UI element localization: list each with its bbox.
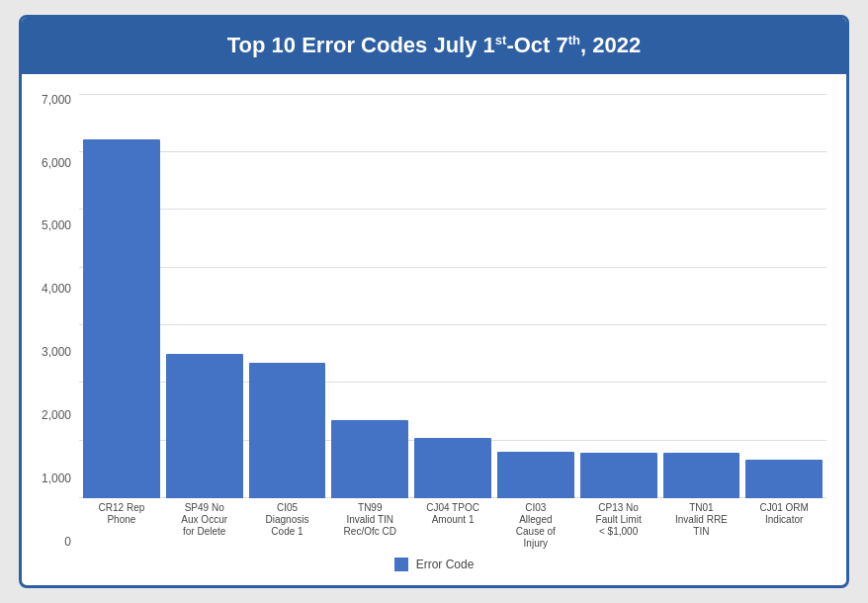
x-axis-label: Phone — [83, 514, 160, 526]
x-axis-label: Rec/Ofc CD — [331, 526, 408, 538]
x-label-wrapper: TN99Invalid TINRec/Ofc CD — [331, 502, 408, 550]
bars-container — [79, 94, 826, 498]
x-label-wrapper: CP13 NoFault Limit< $1,000 — [580, 502, 657, 550]
x-axis-label: TN01 — [663, 502, 740, 514]
chart-area: 7,0006,0005,0004,0003,0002,0001,0000 CR1… — [22, 74, 846, 585]
x-axis-label: SP49 No — [166, 502, 243, 514]
bar-wrapper — [83, 94, 160, 498]
bar — [331, 420, 408, 498]
x-axis-label: Fault Limit — [580, 514, 657, 526]
x-axis-label: Alleged — [497, 514, 574, 526]
bar — [414, 438, 491, 498]
y-axis: 7,0006,0005,0004,0003,0002,0001,0000 — [42, 94, 79, 550]
bar — [497, 452, 574, 498]
legend-color-box — [394, 558, 408, 571]
x-axis-label: Invalid RRE — [663, 514, 740, 526]
y-axis-label: 2,000 — [42, 409, 71, 421]
y-axis-label: 7,000 — [42, 94, 71, 106]
x-label-wrapper: CI05DiagnosisCode 1 — [249, 502, 326, 550]
x-axis-label: Aux Occur — [166, 514, 243, 526]
x-axis-label: CJ04 TPOC — [414, 502, 491, 514]
y-axis-label: 4,000 — [42, 283, 71, 295]
legend-label: Error Code — [416, 558, 475, 571]
y-axis-label: 0 — [64, 536, 71, 548]
x-axis-label: Code 1 — [249, 526, 326, 538]
x-axis-label: for Delete — [166, 526, 243, 538]
x-axis-label: Diagnosis — [249, 514, 326, 526]
bar-wrapper — [249, 94, 326, 498]
x-axis-label: TN99 — [331, 502, 408, 514]
x-axis: CR12 RepPhoneSP49 NoAux Occurfor DeleteC… — [79, 502, 826, 550]
x-label-wrapper: CJ04 TPOCAmount 1 — [414, 502, 491, 550]
x-axis-label: CI03 — [497, 502, 574, 514]
x-label-wrapper: TN01Invalid RRETIN — [663, 502, 740, 550]
x-label-wrapper: CR12 RepPhone — [83, 502, 160, 550]
x-axis-label: Cause of — [497, 526, 574, 538]
bar — [580, 453, 657, 498]
x-axis-label: CR12 Rep — [83, 502, 160, 514]
x-label-wrapper: SP49 NoAux Occurfor Delete — [166, 502, 243, 550]
bar-wrapper — [580, 94, 657, 498]
bar-wrapper — [414, 94, 491, 498]
y-axis-label: 6,000 — [42, 157, 71, 169]
bar — [663, 453, 740, 498]
chart-body: 7,0006,0005,0004,0003,0002,0001,0000 CR1… — [42, 94, 826, 550]
x-axis-label: CJ01 ORM — [745, 502, 823, 514]
x-axis-label: TIN — [663, 526, 740, 538]
x-axis-label: CP13 No — [580, 502, 657, 514]
bar-wrapper — [745, 94, 823, 498]
bar-wrapper — [497, 94, 574, 498]
bar-wrapper — [166, 94, 243, 498]
x-label-wrapper: CJ01 ORMIndicator — [745, 502, 823, 550]
y-axis-label: 5,000 — [42, 219, 71, 231]
x-axis-label: Injury — [497, 538, 574, 550]
x-axis-label: < $1,000 — [580, 526, 657, 538]
chart-card: Top 10 Error Codes July 1st-Oct 7th, 202… — [19, 15, 849, 588]
bar — [249, 363, 326, 498]
bar-wrapper — [663, 94, 740, 498]
bar — [83, 139, 160, 498]
chart-title: Top 10 Error Codes July 1st-Oct 7th, 202… — [22, 18, 846, 74]
y-axis-label: 1,000 — [42, 473, 71, 484]
chart-plot: CR12 RepPhoneSP49 NoAux Occurfor DeleteC… — [79, 94, 826, 550]
x-axis-label: Indicator — [745, 514, 823, 526]
bar — [166, 354, 243, 498]
y-axis-label: 3,000 — [42, 346, 71, 358]
x-axis-label: Amount 1 — [414, 514, 491, 526]
x-label-wrapper: CI03AllegedCause ofInjury — [497, 502, 574, 550]
bar-wrapper — [331, 94, 408, 498]
x-axis-label: CI05 — [249, 502, 326, 514]
grid-and-bars — [79, 94, 826, 498]
bar — [745, 460, 823, 498]
chart-legend: Error Code — [42, 550, 826, 575]
x-axis-label: Invalid TIN — [331, 514, 408, 526]
